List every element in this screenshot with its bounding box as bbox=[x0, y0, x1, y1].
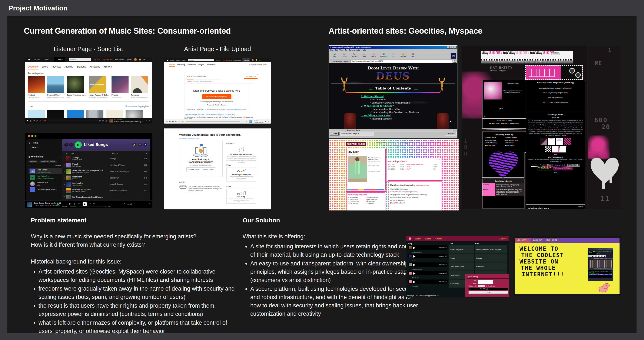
toolbar-home-button[interactable]: ⌂Home bbox=[359, 53, 368, 59]
skip-fwd-15-icon[interactable]: ↻ bbox=[93, 203, 95, 205]
repeat-icon[interactable]: ↻ bbox=[178, 121, 180, 122]
up-artist[interactable]: Tekno bbox=[254, 120, 264, 121]
sh-edit-link[interactable]: [edit] bbox=[500, 108, 503, 110]
proto-nav-create[interactable]: Create bbox=[435, 237, 442, 240]
sh-edit-link[interactable]: [edit] bbox=[528, 171, 583, 173]
col-album[interactable]: Album bbox=[112, 152, 118, 154]
track-row[interactable]: 7 Big Cheeseburgers & Good Frenc... bbox=[62, 194, 150, 200]
spotify-list-item[interactable]: ♥ Liked SongsPlaylist • 797 songs bbox=[28, 168, 62, 174]
ms-contact-link[interactable]: ☻ Add to Friends bbox=[348, 199, 366, 200]
sh-friends-viewall[interactable]: [view all] bbox=[578, 206, 583, 207]
upload-tab-your-tracks[interactable]: Your tracks bbox=[187, 64, 196, 66]
next-icon[interactable]: ⏭ bbox=[89, 203, 91, 205]
sc-tile[interactable]: FinesseTrack station bbox=[112, 76, 128, 98]
mail-icon[interactable]: ✉ bbox=[259, 59, 260, 61]
location-input[interactable]: http://www.geocities.com/Hollywood/2979/ bbox=[350, 60, 452, 63]
ms-contact-link[interactable]: ⚑ Rank User bbox=[366, 202, 384, 204]
sc-nav-for-artists[interactable]: For Artists bbox=[115, 58, 124, 61]
privacy-public-radio[interactable]: ◉ Public bbox=[213, 104, 220, 106]
spotify-nav-search[interactable]: ○ Search bbox=[29, 146, 63, 149]
shuffle-icon[interactable]: ⇄ bbox=[36, 120, 38, 122]
sc-tab-history[interactable]: History bbox=[104, 65, 112, 70]
sh-contact-link[interactable]: ★ Forward to Friend bbox=[504, 140, 524, 141]
blog-entry[interactable]: Lily In NYC (view more) bbox=[390, 199, 440, 202]
volume-icon[interactable]: 🔊 bbox=[130, 203, 132, 205]
netscape-menubar[interactable]: File Edit View Go Communicator Help bbox=[329, 49, 457, 52]
sc-nav-feed[interactable]: Feed bbox=[45, 58, 49, 61]
upload-title-input[interactable] bbox=[478, 280, 493, 282]
play-icon[interactable]: ▶ bbox=[30, 120, 31, 122]
blog-entry[interactable]: I'm Djing on NYC'S East Village Radio To… bbox=[390, 193, 440, 196]
like-icon[interactable]: ♥ bbox=[146, 120, 147, 122]
upload-tab-upload[interactable]: Upload bbox=[170, 62, 175, 67]
mac-zoom-button[interactable] bbox=[34, 135, 36, 137]
track-row[interactable]: 6 Welcome To JamrockEDamian Marley Welco… bbox=[62, 187, 150, 194]
ms-contact-link[interactable]: ➜ Forward to Friend bbox=[366, 197, 384, 198]
sh-contact-link[interactable]: ★ Add to Favorites bbox=[504, 137, 524, 139]
proto-logout[interactable]: Logout bbox=[499, 237, 506, 240]
cool-tab-makestuff[interactable]: MAKE STUFF bbox=[545, 239, 558, 241]
upload-button[interactable]: Upload bbox=[468, 291, 508, 294]
sh-mood-links[interactable]: View My Blog | Bulletins | Forum Topics bbox=[483, 122, 525, 124]
spotify-your-library[interactable]: Your Library bbox=[31, 156, 44, 158]
sc-tile[interactable]: Peace of MindMade for David Sarma bbox=[47, 76, 64, 98]
sc-for-artists-link[interactable]: ⧉ SoundCloud for Artists bbox=[248, 64, 267, 66]
forward-icon[interactable]: › bbox=[69, 143, 73, 147]
next-icon[interactable]: ⏭ bbox=[33, 120, 34, 122]
lossless-link[interactable]: Learn more about lossless HD. bbox=[226, 109, 246, 110]
spacehey-search-box[interactable]: Search bbox=[551, 52, 560, 55]
browse-button[interactable]: Browse... bbox=[478, 285, 485, 287]
blog-entry[interactable]: What A WEEK . (view more) bbox=[390, 188, 440, 190]
close-button[interactable]: × bbox=[454, 46, 456, 49]
sc-nav-feed[interactable]: Feed bbox=[176, 59, 180, 61]
blog-subscribe-link[interactable]: [Subscribe to this Blog] bbox=[416, 185, 428, 186]
spotify-list-item[interactable]: Calming Crystal Singing bbox=[28, 187, 62, 192]
track-row[interactable]: 2 Push ItSalt-N-Pepa Hot, Cool & Vicious… bbox=[62, 162, 150, 168]
upload-tab-insights[interactable]: Insights bbox=[198, 64, 204, 66]
prev-icon[interactable]: ⏮ bbox=[78, 203, 80, 205]
winamp-pause[interactable]: ‖ bbox=[594, 255, 597, 257]
next-icon[interactable]: ⏭ bbox=[172, 121, 174, 122]
sc-search-input[interactable] bbox=[188, 59, 214, 61]
sc-player-track[interactable]: Balkan Deep Dream | Arabian Deep H... bbox=[114, 121, 144, 123]
skip-back-15-icon[interactable]: ↺ bbox=[74, 203, 75, 205]
sh-contact-link[interactable]: ★ Send Message bbox=[484, 140, 504, 141]
volume-icon[interactable]: 🔊 bbox=[246, 121, 248, 122]
privacy-private-radio[interactable]: ○ Private bbox=[220, 104, 226, 106]
ms-contact-link[interactable]: ▤ Add to Favorites bbox=[366, 199, 384, 200]
sc-nav-home[interactable]: Home bbox=[34, 58, 40, 61]
sh-blog-entry[interactable]: garlic bred (view more) bbox=[528, 95, 583, 100]
sc-tab-albums[interactable]: Albums bbox=[64, 65, 73, 70]
sc-tab-likes[interactable]: Likes bbox=[42, 65, 48, 70]
mac-close-button[interactable] bbox=[28, 135, 30, 137]
taskbar-task[interactable]: ✳ Doom Level Design w... bbox=[340, 132, 374, 136]
profile-icon[interactable]: ☻ bbox=[144, 143, 147, 147]
proto-audio-player[interactable]: ▶0:00/5:46🔊 bbox=[408, 279, 448, 284]
sc-nav-library[interactable]: Library bbox=[182, 59, 186, 61]
blog-entry[interactable]: Rah rahtid bumba bumbaclarrted . (view m… bbox=[390, 196, 440, 199]
shows-view-all[interactable]: view all bbox=[436, 159, 440, 160]
sc-tile[interactable]: Space Ambience for ...SEA bbox=[67, 76, 86, 98]
playback-speed[interactable]: 1x bbox=[69, 203, 71, 205]
upload-tab-mastering[interactable]: Mastering bbox=[177, 64, 185, 66]
ms-contact-link[interactable]: ☺ Instant Message bbox=[348, 200, 366, 202]
up-track[interactable]: Peace of Mind bbox=[254, 121, 264, 123]
toolbar-netscape-button[interactable]: ▣Netscape bbox=[379, 53, 388, 59]
spacehey-nav[interactable]: Home Browse Search Messages Blog Bulleti… bbox=[481, 61, 573, 64]
bookmarks-icon[interactable]: ▼ bbox=[330, 60, 332, 62]
sc-progress-bar[interactable] bbox=[48, 121, 98, 121]
prev-icon[interactable]: ⏮ bbox=[27, 120, 28, 122]
sc-nav-upload[interactable]: Upload bbox=[242, 58, 250, 62]
like-icon[interactable]: ♥ bbox=[265, 121, 266, 122]
play-icon[interactable]: ▶ bbox=[170, 121, 170, 122]
queue-icon[interactable]: ≡ bbox=[268, 121, 268, 122]
chip-playlists[interactable]: Playlists bbox=[28, 160, 38, 163]
sc-nav-try-next-pro[interactable]: Try Next Pro bbox=[102, 58, 113, 61]
sc-player-artist[interactable]: DJ FEREE bbox=[114, 119, 144, 121]
sc-tab-playlists[interactable]: Playlists bbox=[52, 65, 61, 70]
sp-progress[interactable] bbox=[70, 206, 104, 206]
bell-icon[interactable]: 🔔 bbox=[139, 58, 141, 61]
add-track-button[interactable]: or add a track bbox=[201, 167, 216, 172]
play-button[interactable]: ▶ bbox=[82, 202, 87, 206]
maximize-button[interactable]: □ bbox=[450, 46, 453, 49]
